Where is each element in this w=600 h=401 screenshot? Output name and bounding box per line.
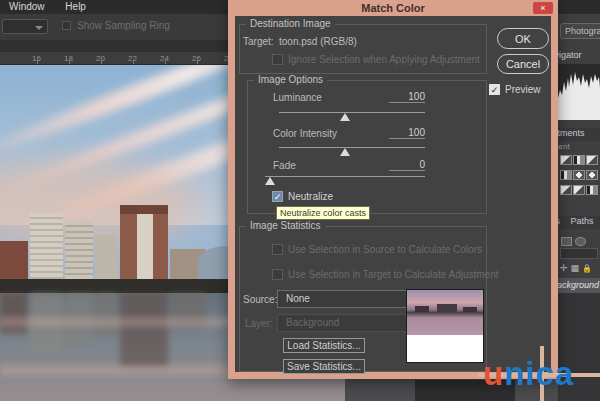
color-intensity-slider[interactable] xyxy=(279,147,425,148)
adjustment-icon[interactable] xyxy=(586,155,598,165)
photoshop-window: Window Help Show Sampling Ring 16 18 20 … xyxy=(0,0,600,401)
building xyxy=(0,241,28,282)
panel-icon[interactable] xyxy=(575,237,586,246)
target-label: Target: xyxy=(243,36,274,47)
tab-adjustments[interactable]: Adjustments xyxy=(558,128,585,138)
fade-slider[interactable] xyxy=(265,176,425,177)
tool-preset-dropdown[interactable] xyxy=(2,19,48,34)
save-statistics-button[interactable]: Save Statistics... xyxy=(283,359,365,374)
chevron-down-icon xyxy=(35,26,43,30)
reflection xyxy=(120,293,168,367)
color-intensity-slider-thumb[interactable] xyxy=(340,148,350,156)
menu-item-window[interactable]: Window xyxy=(0,0,54,14)
color-intensity-value[interactable]: 100 xyxy=(389,127,425,139)
adjustment-icon[interactable] xyxy=(573,155,585,165)
add-adjustment-label: Add an adjustment xyxy=(558,142,570,151)
lock-pixels-icon[interactable]: ▦ xyxy=(571,263,583,273)
fade-label: Fade xyxy=(273,160,296,171)
load-statistics-button[interactable]: Load Statistics... xyxy=(283,338,365,353)
watermark-logo: unica xyxy=(483,355,574,393)
adjustment-icon[interactable] xyxy=(560,155,572,165)
adjustment-icon[interactable] xyxy=(573,185,585,195)
panel-icon[interactable] xyxy=(561,237,572,246)
sampling-ring-checkbox[interactable] xyxy=(62,21,71,30)
ignore-selection-label: Ignore Selection when Applying Adjustmen… xyxy=(288,54,480,65)
use-source-checkbox[interactable] xyxy=(272,244,283,255)
use-target-checkbox[interactable] xyxy=(272,269,283,280)
ignore-selection-checkbox[interactable] xyxy=(272,54,283,65)
neutralize-tooltip: Neutralize color casts xyxy=(276,206,370,220)
building xyxy=(30,213,63,282)
neutralize-label: Neutralize xyxy=(288,191,333,202)
lock-move-icon[interactable]: ✛ xyxy=(560,263,571,273)
image-options-legend: Image Options xyxy=(254,74,327,85)
target-value: toon.psd (RGB/8) xyxy=(279,36,357,47)
layers-filter-field[interactable] xyxy=(560,248,598,259)
layer-value: Background xyxy=(286,317,339,328)
adjustment-icon[interactable] xyxy=(586,170,598,180)
source-label: Source: xyxy=(243,294,277,305)
adjustment-icon[interactable] xyxy=(560,170,572,180)
building xyxy=(65,221,93,282)
image-statistics-legend: Image Statistics xyxy=(246,220,325,231)
lock-options-row: ✛▦🔒 xyxy=(560,263,600,275)
use-target-label: Use Selection in Target to Calculate Adj… xyxy=(288,269,499,280)
source-preview-thumbnail xyxy=(406,289,484,363)
histogram xyxy=(558,64,600,120)
neutralize-checkbox[interactable]: ✓ xyxy=(272,191,283,202)
tab-navigator[interactable]: Navigator xyxy=(558,50,591,60)
tab-channels[interactable]: Channels xyxy=(558,216,560,226)
luminance-slider-thumb[interactable] xyxy=(340,113,350,121)
dialog-body: Destination Image Target: toon.psd (RGB/… xyxy=(235,16,551,372)
fade-slider-thumb[interactable] xyxy=(265,177,275,185)
cancel-button[interactable]: Cancel xyxy=(497,54,549,74)
destination-image-group: Destination Image xyxy=(239,24,487,74)
tab-paths[interactable]: Paths xyxy=(571,216,594,226)
color-intensity-label: Color Intensity xyxy=(273,128,337,139)
sampling-ring-label: Show Sampling Ring xyxy=(77,20,170,31)
reflection xyxy=(95,293,118,337)
luminance-label: Luminance xyxy=(273,92,322,103)
workspace-button[interactable]: Photography xyxy=(560,23,600,39)
luminance-slider[interactable] xyxy=(279,112,425,113)
layer-name: Background xyxy=(558,280,599,290)
close-icon[interactable]: × xyxy=(533,2,553,14)
watermark-letter-u: u xyxy=(483,355,504,392)
preview-checkbox[interactable]: ✓ xyxy=(489,84,500,95)
match-color-dialog: Match Color × Destination Image Target: … xyxy=(228,0,558,379)
use-source-label: Use Selection in Source to Calculate Col… xyxy=(288,244,482,255)
preview-label: Preview xyxy=(505,84,541,95)
source-value: None xyxy=(286,293,310,304)
layer-label: Layer: xyxy=(245,318,273,329)
watermark-rest: nica xyxy=(504,355,574,392)
luminance-value[interactable]: 100 xyxy=(389,91,425,103)
destination-image-legend: Destination Image xyxy=(246,18,335,29)
building xyxy=(95,235,118,282)
reflection xyxy=(0,293,28,333)
ok-button[interactable]: OK xyxy=(497,28,549,49)
layer-row-background[interactable]: Background xyxy=(558,278,600,293)
adjustment-icon[interactable] xyxy=(586,185,598,195)
dialog-title[interactable]: Match Color xyxy=(228,0,558,16)
menu-item-help[interactable]: Help xyxy=(56,0,95,14)
right-panel: Photography Navigator Adjustments Add an… xyxy=(558,14,600,401)
lock-all-icon[interactable]: 🔒 xyxy=(582,264,595,273)
adjustment-icon[interactable] xyxy=(560,185,572,195)
building-stripe xyxy=(137,214,153,282)
fade-value[interactable]: 0 xyxy=(389,159,425,171)
adjustment-icon[interactable] xyxy=(573,170,585,180)
